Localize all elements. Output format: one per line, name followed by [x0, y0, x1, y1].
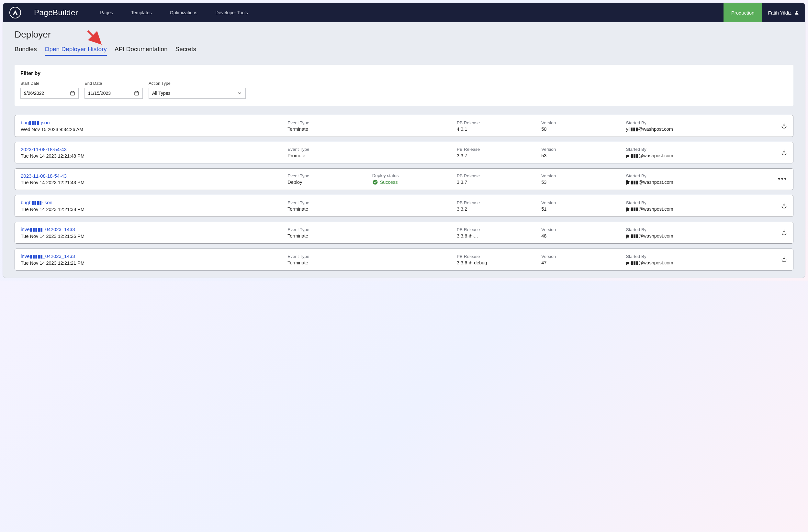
nav-optimizations[interactable]: Optimizations: [161, 3, 206, 22]
pb-release-header: PB Release: [457, 147, 539, 152]
download-icon[interactable]: [781, 202, 787, 208]
bundle-link[interactable]: 2023-11-08-18-54-43: [21, 173, 285, 178]
event-type-header: Event Type: [288, 200, 369, 205]
download-icon[interactable]: [781, 149, 787, 155]
tab-api-documentation[interactable]: API Documentation: [115, 45, 168, 56]
started-by-header: Started By: [626, 254, 772, 259]
brand-title: PageBuilder: [34, 8, 78, 17]
version-value: 53: [541, 179, 623, 185]
action-type-label: Action Type: [149, 81, 246, 86]
row-timestamp: Tue Nov 14 2023 12:21:48 PM: [21, 153, 285, 158]
row-timestamp: Tue Nov 14 2023 12:21:26 PM: [21, 234, 285, 239]
version-value: 48: [541, 233, 623, 239]
nav-pages[interactable]: Pages: [91, 3, 122, 22]
svg-rect-3: [71, 92, 74, 95]
pb-release-value: 3.3.6-ih-debug: [457, 260, 539, 265]
nav-templates[interactable]: Templates: [122, 3, 161, 22]
history-row: inve▮▮▮▮▮_042023_1433Tue Nov 14 2023 12:…: [15, 248, 793, 270]
end-date-input[interactable]: 11/15/2023: [85, 88, 143, 99]
started-by-header: Started By: [626, 147, 772, 152]
pb-release-value: 4.0.1: [457, 127, 539, 132]
filter-panel: Filter by Start Date 9/26/2022 End Date …: [15, 65, 793, 106]
bundle-link[interactable]: bug▮▮▮▮-json: [21, 120, 285, 126]
started-by-header: Started By: [626, 173, 772, 178]
event-type-header: Event Type: [288, 254, 369, 259]
event-type-value: Terminate: [288, 127, 369, 132]
start-date-value: 9/26/2022: [24, 91, 44, 96]
bundle-link[interactable]: inve▮▮▮▮▮_042023_1433: [21, 253, 285, 259]
started-by-value: jin▮▮▮@washpost.com: [626, 260, 772, 265]
started-by-value: yil▮▮▮@washpost.com: [626, 127, 772, 132]
bundle-link[interactable]: bugb▮▮▮▮-json: [21, 200, 285, 206]
version-header: Version: [541, 227, 623, 232]
deploy-status-value: Success: [372, 179, 454, 185]
check-circle-icon: [372, 179, 378, 185]
download-icon[interactable]: [781, 229, 787, 235]
row-timestamp: Wed Nov 15 2023 9:34:26 AM: [21, 127, 285, 132]
tab-bundles[interactable]: Bundles: [15, 45, 37, 56]
version-header: Version: [541, 200, 623, 205]
start-date-label: Start Date: [20, 81, 79, 86]
download-icon[interactable]: [781, 122, 787, 129]
version-header: Version: [541, 254, 623, 259]
bundle-link[interactable]: inve▮▮▮▮▮_042023_1433: [21, 227, 285, 232]
event-type-value: Terminate: [288, 233, 369, 239]
version-value: 50: [541, 127, 623, 132]
user-menu[interactable]: Fatih Yildiz: [762, 3, 805, 22]
event-type-value: Deploy: [288, 179, 369, 185]
chevron-down-icon: [237, 91, 242, 96]
row-timestamp: Tue Nov 14 2023 12:21:38 PM: [21, 207, 285, 212]
download-icon[interactable]: [781, 255, 787, 262]
history-row: inve▮▮▮▮▮_042023_1433Tue Nov 14 2023 12:…: [15, 222, 793, 244]
pb-release-header: PB Release: [457, 227, 539, 232]
history-row: bug▮▮▮▮-jsonWed Nov 15 2023 9:34:26 AMEv…: [15, 115, 793, 137]
event-type-header: Event Type: [288, 227, 369, 232]
tab-secrets[interactable]: Secrets: [176, 45, 196, 56]
version-header: Version: [541, 120, 623, 125]
event-type-value: Terminate: [288, 207, 369, 212]
version-header: Version: [541, 147, 623, 152]
more-actions-icon[interactable]: •••: [778, 174, 787, 183]
nav-items: Pages Templates Optimizations Developer …: [91, 3, 257, 22]
page-title: Deployer: [15, 30, 793, 40]
bundle-link[interactable]: 2023-11-08-18-54-43: [21, 147, 285, 152]
pb-release-value: 3.3.6-ih-...: [457, 233, 539, 239]
row-timestamp: Tue Nov 14 2023 12:21:21 PM: [21, 261, 285, 266]
action-type-value: All Types: [152, 91, 171, 96]
history-list: bug▮▮▮▮-jsonWed Nov 15 2023 9:34:26 AMEv…: [15, 115, 793, 270]
event-type-value: Promote: [288, 153, 369, 158]
version-value: 53: [541, 153, 623, 158]
version-value: 47: [541, 260, 623, 265]
pb-release-header: PB Release: [457, 254, 539, 259]
event-type-header: Event Type: [288, 120, 369, 125]
calendar-icon: [70, 91, 75, 96]
end-date-label: End Date: [85, 81, 143, 86]
end-date-value: 11/15/2023: [88, 91, 111, 96]
pb-release-header: PB Release: [457, 200, 539, 205]
action-type-select[interactable]: All Types: [149, 88, 246, 99]
pb-release-value: 3.3.2: [457, 207, 539, 212]
svg-point-0: [796, 11, 797, 13]
user-icon: [794, 10, 799, 15]
started-by-value: jin▮▮▮@washpost.com: [626, 233, 772, 239]
start-date-input[interactable]: 9/26/2022: [20, 88, 79, 99]
pb-release-value: 3.3.7: [457, 179, 539, 185]
filter-title: Filter by: [20, 71, 788, 76]
environment-badge[interactable]: Production: [723, 3, 763, 22]
event-type-header: Event Type: [288, 173, 369, 178]
history-row: 2023-11-08-18-54-43Tue Nov 14 2023 12:21…: [15, 168, 793, 190]
started-by-header: Started By: [626, 200, 772, 205]
version-value: 51: [541, 207, 623, 212]
row-timestamp: Tue Nov 14 2023 12:21:43 PM: [21, 180, 285, 185]
pb-release-header: PB Release: [457, 173, 539, 178]
event-type-header: Event Type: [288, 147, 369, 152]
event-type-value: Terminate: [288, 260, 369, 265]
pb-release-header: PB Release: [457, 120, 539, 125]
nav-developer-tools[interactable]: Developer Tools: [206, 3, 257, 22]
app-frame: PageBuilder Pages Templates Optimization…: [3, 3, 805, 278]
started-by-value: jin▮▮▮@washpost.com: [626, 179, 772, 185]
tabs: Bundles Open Deployer History API Docume…: [15, 45, 793, 56]
history-row: 2023-11-08-18-54-43Tue Nov 14 2023 12:21…: [15, 142, 793, 164]
tab-open-deployer-history[interactable]: Open Deployer History: [45, 45, 107, 56]
pb-release-value: 3.3.7: [457, 153, 539, 158]
